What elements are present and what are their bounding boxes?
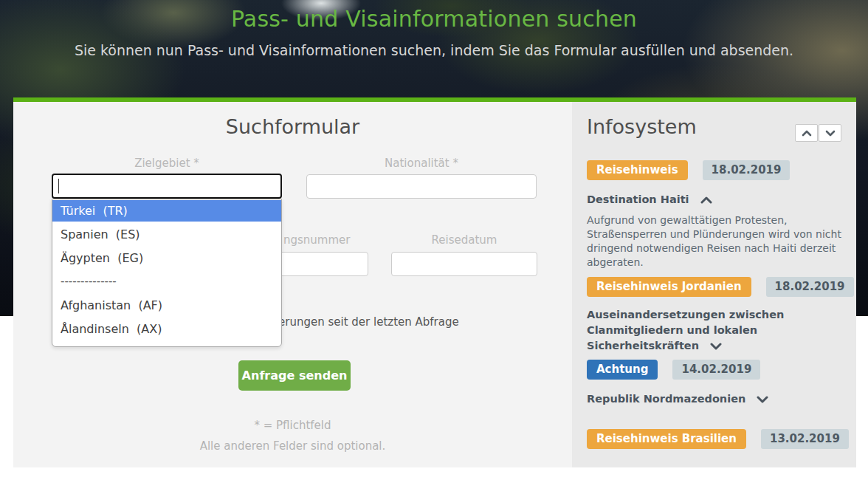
booking-number-label-fragment: ngsnummer: [283, 233, 350, 247]
zielgebiet-input[interactable]: [52, 174, 282, 199]
infosystem-panel: Infosystem Reisehinweis 18.02.2019 Desti…: [572, 102, 856, 467]
entry-4-type-badge: Reisehinweis Brasilien: [587, 429, 746, 449]
changes-checkbox-label-fragment[interactable]: erungen seit der letzten Abfrage: [278, 315, 459, 329]
entry-2-title[interactable]: Auseinandersetzungen zwischen Clanmitgli…: [587, 307, 852, 354]
entry-4-date-badge: 13.02.2019: [761, 429, 849, 449]
entry-1-title[interactable]: Destination Haiti: [587, 192, 847, 208]
nationalitaet-input[interactable]: [306, 174, 537, 199]
optional-note: Alle anderen Felder sind optional.: [13, 439, 572, 453]
scroll-up-button[interactable]: [795, 124, 818, 142]
search-form-panel: Suchformular Zielgebiet * Nationalität *…: [13, 102, 572, 467]
dropdown-option-aegypten[interactable]: Ägypten (EG): [52, 247, 281, 269]
required-note: * = Pflichtfeld: [13, 419, 572, 432]
entry-2-badges: Reisehinweis Jordanien 18.02.2019: [587, 277, 854, 297]
dropdown-option-alandinseln[interactable]: Ålandinseln (AX): [52, 318, 281, 340]
page-title: Pass- und Visainformationen suchen: [0, 6, 868, 32]
scroll-down-button[interactable]: [819, 124, 841, 142]
entry-3-date-badge: 14.02.2019: [672, 360, 760, 380]
entry-2-type-badge: Reisehinweis Jordanien: [587, 277, 751, 297]
entry-1-title-text: Destination Haiti: [587, 193, 689, 205]
page: Pass- und Visainformationen suchen Sie k…: [0, 0, 868, 480]
entry-2-title-text: Auseinandersetzungen zwischen Clanmitgli…: [587, 309, 784, 352]
form-heading: Suchformular: [13, 115, 572, 138]
entry-4-badges: Reisehinweis Brasilien 13.02.2019: [587, 429, 849, 449]
text-caret: [58, 179, 59, 193]
zielgebiet-label: Zielgebiet *: [52, 157, 282, 170]
collapse-chevron-up-icon: [693, 193, 712, 205]
entry-1-body: Aufgrund von gewalttätigen Protesten, St…: [587, 213, 847, 270]
dropdown-separator: --------------: [52, 271, 281, 292]
reisedatum-label: Reisedatum: [391, 233, 537, 247]
dropdown-option-afghanistan[interactable]: Afghanistan (AF): [52, 295, 281, 316]
expand-chevron-down-icon: [749, 393, 768, 405]
chevron-down-icon: [825, 128, 836, 139]
dropdown-option-tuerkei[interactable]: Türkei (TR): [52, 200, 281, 222]
entry-3-badges: Achtung 14.02.2019: [587, 360, 760, 380]
nationalitaet-label: Nationalität *: [306, 157, 537, 170]
entry-3-title-text: Republik Nordmazedonien: [587, 393, 745, 405]
infosystem-heading: Infosystem: [587, 115, 697, 138]
entry-3-type-badge: Achtung: [587, 360, 658, 380]
country-dropdown-list: Türkei (TR) Spanien (ES) Ägypten (EG) --…: [52, 199, 282, 347]
page-subtitle: Sie können nun Pass- und Visainformation…: [0, 42, 868, 58]
dropdown-option-spanien[interactable]: Spanien (ES): [52, 224, 281, 245]
entry-3-title[interactable]: Republik Nordmazedonien: [587, 391, 852, 407]
expand-chevron-down-icon: [703, 340, 722, 352]
entry-1-type-badge: Reisehinweis: [587, 160, 688, 180]
entry-1-badges: Reisehinweis 18.02.2019: [587, 160, 790, 180]
submit-button[interactable]: Anfrage senden: [238, 360, 351, 391]
entry-2-date-badge: 18.02.2019: [766, 277, 854, 297]
chevron-up-icon: [802, 128, 812, 139]
entry-1-date-badge: 18.02.2019: [703, 160, 790, 180]
reisedatum-input[interactable]: [391, 252, 537, 276]
